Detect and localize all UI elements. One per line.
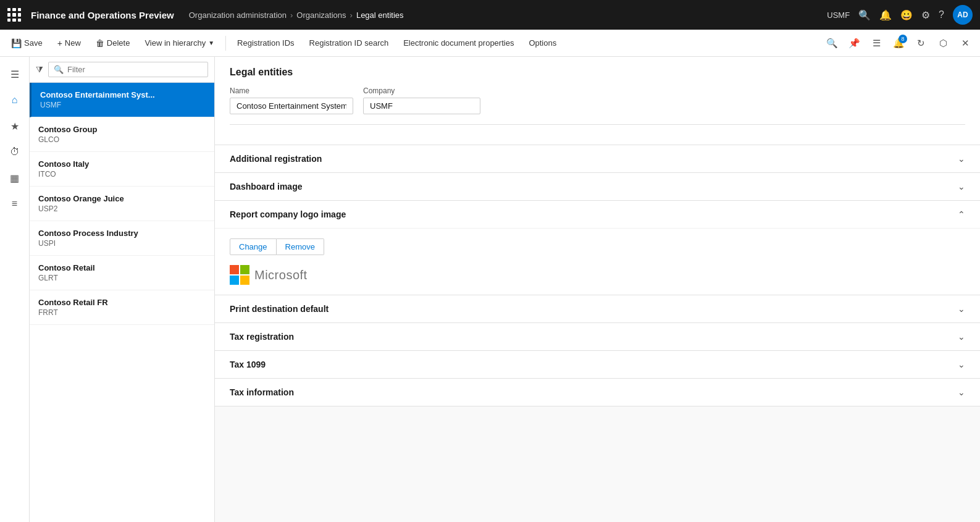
refresh-icon[interactable]: ↻ xyxy=(911,33,931,53)
list-view-icon[interactable]: ☰ xyxy=(866,33,886,53)
breadcrumb-org-admin[interactable]: Organization administration xyxy=(189,11,287,20)
ms-green-square xyxy=(240,265,249,274)
tax-registration-header[interactable]: Tax registration ⌄ xyxy=(215,323,980,350)
form-row: Name Company xyxy=(230,86,965,125)
name-input[interactable] xyxy=(230,98,353,114)
tax-1099-header[interactable]: Tax 1099 ⌄ xyxy=(215,351,980,378)
filter-input[interactable] xyxy=(67,65,203,74)
detail-form-area: Legal entities Name Company xyxy=(215,57,980,145)
settings-icon[interactable]: ⚙ xyxy=(921,9,930,21)
electronic-doc-button[interactable]: Electronic document properties xyxy=(397,35,520,51)
list-item[interactable]: Contoso Group GLCO xyxy=(30,117,214,152)
save-button[interactable]: 💾 Save xyxy=(5,35,49,52)
new-button[interactable]: + New xyxy=(51,35,87,52)
tax-registration-section: Tax registration ⌄ xyxy=(215,323,980,351)
report-logo-title: Report company logo image xyxy=(230,209,346,219)
remove-logo-button[interactable]: Remove xyxy=(277,238,324,255)
item-code: USP2 xyxy=(38,204,206,213)
report-logo-section: Report company logo image ⌃ Change Remov… xyxy=(215,201,980,295)
print-destination-header[interactable]: Print destination default ⌄ xyxy=(215,295,980,322)
additional-registration-chevron: ⌄ xyxy=(958,154,965,164)
tax-registration-chevron: ⌄ xyxy=(958,332,965,342)
side-icon-navigation: ☰ ⌂ ★ ⏱ ▦ ≡ xyxy=(0,57,30,522)
breadcrumb-legal-entities[interactable]: Legal entities xyxy=(356,11,404,20)
list-item[interactable]: Contoso Process Industry USPI xyxy=(30,221,214,256)
tax-information-title: Tax information xyxy=(230,387,294,397)
tax-1099-title: Tax 1099 xyxy=(230,360,266,369)
tax-registration-title: Tax registration xyxy=(230,332,294,342)
change-logo-button[interactable]: Change xyxy=(230,238,277,255)
item-code: FRRT xyxy=(38,308,206,317)
item-name: Contoso Orange Juice xyxy=(38,194,206,203)
list-item[interactable]: Contoso Orange Juice USP2 xyxy=(30,187,214,221)
item-name: Contoso Retail FR xyxy=(38,298,206,307)
user-avatar[interactable]: AD xyxy=(953,5,973,25)
recent-nav-icon[interactable]: ⏱ xyxy=(2,140,27,164)
dashboard-image-header[interactable]: Dashboard image ⌄ xyxy=(215,173,980,200)
filter-icon[interactable]: ⧩ xyxy=(36,64,43,75)
notifications-icon[interactable]: 🔔 xyxy=(879,9,892,21)
command-bar: 💾 Save + New 🗑 Delete View in hierarchy … xyxy=(0,30,980,57)
new-icon: + xyxy=(57,38,62,48)
logo-actions: Change Remove xyxy=(230,238,965,255)
tax-information-chevron: ⌄ xyxy=(958,387,965,397)
list-panel: ⧩ 🔍 Contoso Entertainment Syst... USMF C… xyxy=(30,57,215,522)
tax-1099-section: Tax 1099 ⌄ xyxy=(215,351,980,379)
favorites-nav-icon[interactable]: ★ xyxy=(2,114,27,138)
delete-icon: 🗑 xyxy=(96,38,104,48)
item-name: Contoso Entertainment Syst... xyxy=(40,90,206,99)
additional-registration-header[interactable]: Additional registration ⌄ xyxy=(215,145,980,172)
item-name: Contoso Group xyxy=(38,125,206,134)
additional-registration-section: Additional registration ⌄ xyxy=(215,145,980,173)
list-items: Contoso Entertainment Syst... USMF Conto… xyxy=(30,83,214,522)
search-icon[interactable]: 🔍 xyxy=(858,9,871,21)
ms-red-square xyxy=(230,265,239,274)
top-nav-right: USMF 🔍 🔔 😀 ⚙ ? AD xyxy=(827,5,973,25)
company-input[interactable] xyxy=(363,98,480,114)
item-code: GLRT xyxy=(38,274,206,282)
options-button[interactable]: Options xyxy=(522,35,563,51)
item-name: Contoso Retail xyxy=(38,263,206,272)
help-icon[interactable]: ? xyxy=(939,9,944,20)
tax-1099-chevron: ⌄ xyxy=(958,360,965,369)
top-navigation: Finance and Operations Preview Organizat… xyxy=(0,0,980,30)
apps-menu-icon[interactable] xyxy=(7,8,21,22)
list-item[interactable]: Contoso Entertainment Syst... USMF xyxy=(30,83,214,117)
pin-icon[interactable]: 📌 xyxy=(844,33,864,53)
save-icon: 💾 xyxy=(11,38,22,48)
list-item[interactable]: Contoso Italy ITCO xyxy=(30,152,214,187)
detail-panel: Legal entities Name Company Additional r… xyxy=(215,57,980,522)
notification-badge: 8 xyxy=(898,35,907,43)
modules-nav-icon[interactable]: ≡ xyxy=(2,192,27,216)
open-new-window-icon[interactable]: ⬡ xyxy=(933,33,953,53)
hamburger-menu-icon[interactable]: ☰ xyxy=(2,62,27,86)
registration-ids-button[interactable]: Registration IDs xyxy=(231,35,300,51)
item-code: GLCO xyxy=(38,135,206,144)
company-label: Company xyxy=(363,86,480,95)
company-field: Company xyxy=(363,86,480,114)
view-hierarchy-button[interactable]: View in hierarchy ▼ xyxy=(138,35,220,51)
home-nav-icon[interactable]: ⌂ xyxy=(2,88,27,112)
breadcrumb-organizations[interactable]: Organizations xyxy=(296,11,346,20)
environment-label: USMF xyxy=(827,11,850,20)
tax-information-section: Tax information ⌄ xyxy=(215,379,980,406)
notification-bell-icon[interactable]: 🔔 8 xyxy=(889,33,908,53)
registration-id-search-button[interactable]: Registration ID search xyxy=(303,35,395,51)
report-logo-header[interactable]: Report company logo image ⌃ xyxy=(215,201,980,228)
tax-information-header[interactable]: Tax information ⌄ xyxy=(215,379,980,406)
delete-button[interactable]: 🗑 Delete xyxy=(90,35,136,52)
chevron-down-icon: ▼ xyxy=(208,40,214,46)
report-logo-chevron: ⌃ xyxy=(958,209,965,219)
list-panel-header: ⧩ 🔍 xyxy=(30,57,214,83)
chat-icon[interactable]: 😀 xyxy=(900,9,913,21)
dashboard-image-section: Dashboard image ⌄ xyxy=(215,173,980,201)
close-icon[interactable]: ✕ xyxy=(955,33,975,53)
list-item[interactable]: Contoso Retail GLRT xyxy=(30,256,214,290)
additional-registration-title: Additional registration xyxy=(230,154,322,164)
workspaces-nav-icon[interactable]: ▦ xyxy=(2,166,27,190)
search-button[interactable]: 🔍 xyxy=(822,33,842,53)
dashboard-image-title: Dashboard image xyxy=(230,182,302,192)
list-item[interactable]: Contoso Retail FR FRRT xyxy=(30,290,214,325)
item-name: Contoso Italy xyxy=(38,159,206,169)
search-box[interactable]: 🔍 xyxy=(48,62,208,77)
